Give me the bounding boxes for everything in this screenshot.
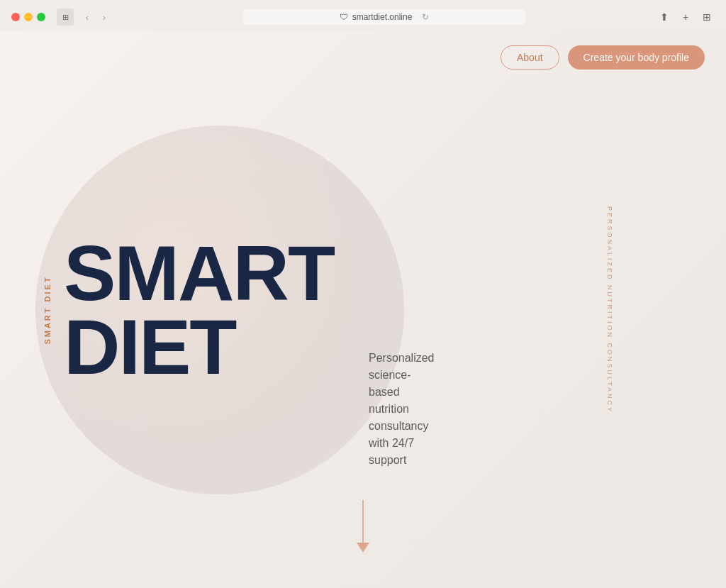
window-controls-icon[interactable]: ⊞	[57, 9, 74, 26]
title-bar: ⊞ ‹ › 🛡 smartdiet.online ↻ ⬆ + ⊞	[0, 0, 726, 31]
about-button[interactable]: About	[501, 45, 559, 70]
brand-vertical-left: SMART DIET	[43, 275, 52, 344]
back-button[interactable]: ‹	[79, 9, 95, 25]
nav-buttons: ‹ ›	[79, 9, 112, 25]
traffic-lights	[11, 13, 45, 21]
hero-line1: SMART	[64, 235, 334, 310]
main-content: SMART DIET Personalized science-based nu…	[64, 235, 334, 384]
cta-button[interactable]: Create your body profile	[568, 45, 705, 70]
reload-icon[interactable]: ↻	[422, 12, 429, 22]
grid-icon[interactable]: ⊞	[699, 9, 715, 25]
hero-line2: DIET	[64, 310, 334, 384]
arrow-line	[362, 500, 364, 543]
security-icon: 🛡	[340, 12, 348, 22]
fullscreen-button[interactable]	[37, 13, 45, 21]
close-button[interactable]	[11, 13, 20, 21]
hero-tagline: Personalized science-based nutrition con…	[369, 349, 435, 468]
minimize-button[interactable]	[24, 13, 33, 21]
brand-vertical-right: PERSONALIZED NUTRITION CONSULTANCY	[606, 206, 613, 413]
hero-title: SMART DIET	[64, 235, 334, 384]
scroll-arrow[interactable]	[357, 500, 369, 553]
address-bar[interactable]: 🛡 smartdiet.online ↻	[242, 9, 526, 25]
arrow-head	[357, 543, 369, 553]
share-icon[interactable]: ⬆	[657, 9, 672, 25]
nav-area: About Create your body profile	[501, 45, 705, 70]
webpage: SMART DIET PERSONALIZED NUTRITION CONSUL…	[0, 31, 726, 588]
toolbar-right: ⬆ + ⊞	[657, 9, 715, 25]
new-tab-icon[interactable]: +	[678, 9, 693, 25]
browser-chrome: ⊞ ‹ › 🛡 smartdiet.online ↻ ⬆ + ⊞	[0, 0, 726, 31]
forward-button[interactable]: ›	[96, 9, 112, 25]
url-text: smartdiet.online	[352, 12, 413, 22]
